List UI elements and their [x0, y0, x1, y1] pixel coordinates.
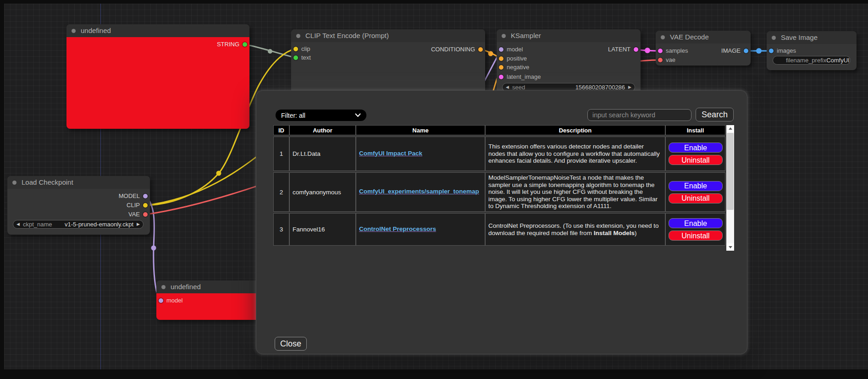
ext-description: ControlNet Preprocessors. (To use this e…	[485, 213, 665, 246]
enable-button[interactable]: Enable	[669, 143, 723, 153]
close-button[interactable]: Close	[275, 337, 307, 351]
string-output-dot[interactable]	[243, 42, 247, 47]
ext-description: ModelSamplerTonemapNoiseTest a node that…	[485, 172, 665, 212]
table-row: 3 Fannovel16 ControlNet Preprocessors Co…	[273, 213, 725, 246]
ext-author: comfyanonymous	[289, 172, 356, 212]
output-slot-model[interactable]: MODEL	[119, 192, 150, 201]
clip-input-dot[interactable]	[293, 47, 298, 51]
input-slot-model[interactable]: model	[497, 45, 523, 54]
ext-id: 2	[273, 172, 289, 212]
conditioning-output-dot[interactable]	[478, 47, 483, 52]
scrollbar-thumb[interactable]	[727, 133, 734, 210]
ext-id: 3	[273, 213, 289, 246]
col-header-description: Description	[485, 125, 665, 135]
uninstall-button[interactable]: Uninstall	[669, 155, 723, 165]
ext-id: 1	[273, 137, 289, 171]
node-title: CLIP Text Encode (Prompt)	[305, 32, 389, 39]
node-status-dot	[72, 29, 76, 33]
node-status-dot	[161, 285, 166, 289]
vae-input-dot[interactable]	[658, 58, 663, 62]
output-slot-latent[interactable]: LATENT	[608, 45, 641, 54]
samples-input-dot[interactable]	[658, 49, 663, 53]
uninstall-button[interactable]: Uninstall	[669, 193, 723, 203]
chevron-down-icon	[355, 113, 361, 117]
node-ksampler[interactable]: KSampler model positive negative latent_…	[497, 29, 641, 94]
node-title: KSampler	[511, 32, 541, 39]
extensions-table: ID Author Name Description Install 1 Dr.…	[273, 124, 725, 252]
ext-name-link[interactable]: ControlNet Preprocessors	[359, 225, 436, 232]
node-title: Save Image	[781, 33, 818, 41]
node-status-dot	[12, 181, 17, 185]
model-input-dot[interactable]	[499, 47, 503, 52]
comfyui-window: undefined STRING CLIP Text Encode (Promp…	[0, 0, 868, 379]
filter-select[interactable]: Filter: all	[276, 110, 366, 121]
vae-output-dot[interactable]	[143, 212, 148, 217]
input-slot-clip[interactable]: clip	[291, 44, 310, 54]
scrollbar-down-arrow-icon[interactable]	[726, 243, 734, 251]
ext-author: Dr.Lt.Data	[289, 137, 356, 171]
clip-output-dot[interactable]	[143, 203, 148, 208]
image-output-dot[interactable]	[744, 49, 748, 53]
latent-output-dot[interactable]	[634, 47, 638, 52]
node-status-dot	[661, 35, 665, 39]
node-undefined-string[interactable]: undefined STRING	[66, 24, 249, 129]
col-header-name: Name	[356, 125, 485, 135]
model-output-dot[interactable]	[143, 194, 148, 198]
ckpt-name-widget[interactable]: ◀ ckpt_name v1-5-pruned-emaonly.ckpt ▶	[13, 220, 144, 229]
positive-input-dot[interactable]	[499, 56, 503, 61]
text-input-dot[interactable]	[293, 55, 298, 60]
node-save-image[interactable]: Save Image images filename_prefix ComfyU…	[767, 31, 857, 70]
table-row: 2 comfyanonymous ComfyUI_experiments/sam…	[273, 172, 725, 212]
node-title: undefined	[81, 27, 111, 34]
input-slot-samples[interactable]: samples	[656, 46, 688, 55]
node-clip-text-encode[interactable]: CLIP Text Encode (Prompt) clip text COND…	[291, 29, 485, 94]
table-header-row: ID Author Name Description Install	[273, 125, 725, 135]
uninstall-button[interactable]: Uninstall	[669, 231, 723, 241]
ext-name-link[interactable]: ComfyUI Impact Pack	[359, 150, 422, 157]
output-slot-clip[interactable]: CLIP	[127, 201, 150, 210]
input-slot-vae[interactable]: vae	[656, 55, 675, 65]
input-slot-latent-image[interactable]: latent_image	[497, 72, 541, 82]
output-slot-string[interactable]: STRING	[217, 40, 249, 49]
node-vae-decode[interactable]: VAE Decode samples vae IMAGE	[656, 31, 751, 66]
ext-name-link[interactable]: ComfyUI_experiments/sampler_tonemap	[359, 188, 479, 195]
ckpt-next-arrow-icon[interactable]: ▶	[133, 220, 143, 228]
output-slot-vae[interactable]: VAE	[128, 210, 150, 219]
enable-button[interactable]: Enable	[669, 181, 723, 191]
model-input-dot[interactable]	[159, 298, 163, 303]
images-input-dot[interactable]	[769, 49, 774, 53]
input-slot-images[interactable]: images	[767, 46, 796, 55]
node-status-dot	[296, 34, 300, 38]
ext-description: This extension offers various detector n…	[485, 137, 665, 171]
input-slot-text[interactable]: text	[291, 53, 311, 62]
table-row: 1 Dr.Lt.Data ComfyUI Impact Pack This ex…	[273, 137, 725, 171]
output-slot-conditioning[interactable]: CONDITIONING	[431, 45, 485, 54]
enable-button[interactable]: Enable	[669, 218, 723, 228]
col-header-author: Author	[289, 125, 356, 135]
node-title: Load Checkpoint	[22, 178, 73, 186]
negative-input-dot[interactable]	[499, 65, 503, 70]
filename-prefix-value[interactable]: ComfyUI	[826, 57, 850, 64]
node-status-dot	[772, 36, 776, 40]
filename-prefix-widget[interactable]: filename_prefix ComfyUI	[773, 56, 851, 65]
seed-value[interactable]: 156680208700286	[575, 84, 625, 91]
latent-image-input-dot[interactable]	[499, 75, 503, 79]
search-input[interactable]	[587, 109, 691, 121]
filter-select-value: Filter: all	[281, 112, 305, 119]
input-slot-positive[interactable]: positive	[497, 54, 527, 63]
ckpt-prev-arrow-icon[interactable]: ◀	[13, 220, 23, 228]
search-button[interactable]: Search	[696, 108, 734, 121]
col-header-install: Install	[665, 125, 725, 135]
custom-nodes-manager-dialog: Filter: all Search ID Author Name Descri…	[256, 90, 747, 354]
node-title: undefined	[171, 283, 201, 291]
node-status-dot	[502, 34, 506, 38]
input-slot-negative[interactable]: negative	[497, 63, 529, 72]
ckpt-name-value[interactable]: v1-5-pruned-emaonly.ckpt	[65, 221, 133, 228]
ext-author: Fannovel16	[289, 213, 356, 246]
node-load-checkpoint[interactable]: Load Checkpoint MODEL CLIP VAE ◀ ckpt_na…	[7, 176, 150, 235]
col-header-id: ID	[273, 125, 289, 135]
input-slot-model[interactable]: model	[156, 296, 182, 305]
output-slot-image[interactable]: IMAGE	[721, 46, 751, 55]
scrollbar-up-arrow-icon[interactable]	[726, 125, 734, 132]
table-scrollbar[interactable]	[726, 125, 734, 251]
